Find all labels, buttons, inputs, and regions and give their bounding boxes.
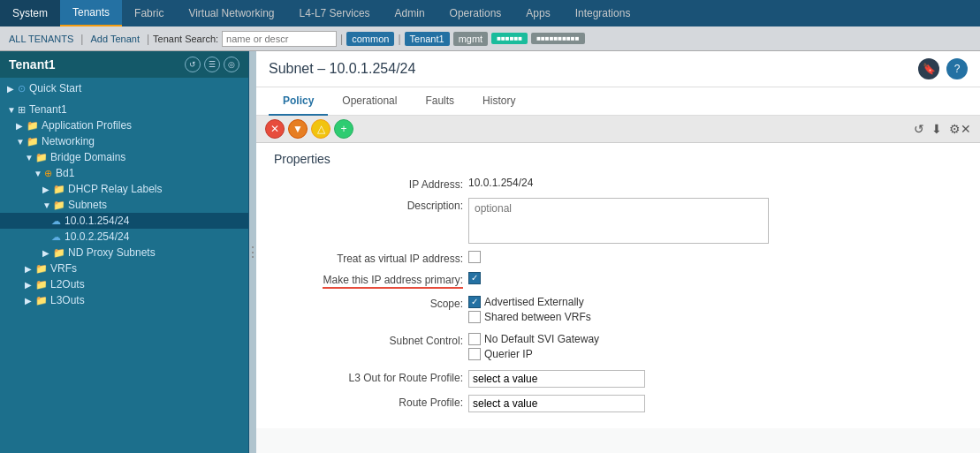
sidebar-settings-icon[interactable]: ◎ [224,57,239,72]
querier-ip-label: Querier IP [484,348,533,360]
bridge-domains-label: Bridge Domains [50,151,125,163]
tag1[interactable]: ■■■■■■ [491,33,528,44]
subnets-item[interactable]: ▼ 📁 Subnets [0,197,248,213]
nav-l4-l7[interactable]: L4-L7 Services [287,0,383,26]
nav-admin[interactable]: Admin [383,0,437,26]
bookmark-icon[interactable]: 🔖 [918,58,939,79]
main-layout: Tenant1 ↺ ☰ ◎ ▶ ⊙ Quick Start ▼ ⊞ Tenant… [0,51,980,453]
vrfs-item[interactable]: ▶ 📁 VRFs [0,260,248,276]
common-tag[interactable]: common [346,32,394,46]
route-profile-select[interactable]: select a value [468,395,645,412]
subnet2-label: 10.0.2.254/24 [65,230,129,243]
tree-tenant1: ▼ ⊞ Tenant1 ▶ 📁 Application Profiles ▼ 📁… [0,99,248,311]
nav-tenants[interactable]: Tenants [60,0,122,26]
sidebar-header-icons: ↺ ☰ ◎ [185,57,239,72]
querier-ip-checkbox[interactable] [468,348,481,360]
description-input[interactable] [468,198,769,244]
expand-arrow4: ▼ [16,137,27,147]
quick-start-item[interactable]: ▶ ⊙ Quick Start [0,80,248,96]
all-tenants-link[interactable]: ALL TENANTS [5,32,77,46]
settings-icon[interactable]: ⚙✕ [949,122,971,136]
l3out-select[interactable]: select a value [468,370,645,388]
delete-button[interactable]: ✕ [265,119,285,139]
vrfs-label: VRFs [50,262,77,275]
l3outs-item[interactable]: ▶ 📁 L3Outs [0,292,248,308]
l3out-route-profile-row: L3 Out for Route Profile: select a value [274,370,962,388]
content-area: Subnet – 10.0.1.254/24 🔖 ? Policy Operat… [256,51,980,453]
bd1-item[interactable]: ▼ ⊕ Bd1 [0,165,248,181]
l3out-select-wrapper: select a value [468,370,645,388]
subnet1-item[interactable]: ☁ 10.0.1.254/24 [0,213,248,229]
page-title: Subnet – 10.0.1.254/24 [269,61,415,77]
networking-item[interactable]: ▼ 📁 Networking [0,133,248,149]
nav-system[interactable]: System [0,0,60,26]
expand-arrow9: ▶ [42,248,53,258]
nd-proxy-item[interactable]: ▶ 📁 ND Proxy Subnets [0,245,248,260]
app-profiles-item[interactable]: ▶ 📁 Application Profiles [0,117,248,133]
bridge-domains-item[interactable]: ▼ 📁 Bridge Domains [0,149,248,165]
expand-arrow6: ▼ [34,169,44,178]
edit-button[interactable]: ▼ [288,119,308,139]
tenant1-label: Tenant1 [29,103,67,116]
scope-row: Scope: Advertised Externally Shared betw… [274,296,962,326]
subnet-control-label: Subnet Control: [274,333,468,347]
make-primary-row: Make this IP address primary: [274,272,962,289]
tab-operational[interactable]: Operational [328,87,411,116]
make-primary-checkbox[interactable] [468,272,481,284]
ip-address-row: IP Address: 10.0.1.254/24 [274,177,962,191]
add-button[interactable]: + [334,119,353,139]
mgmt-tag[interactable]: mgmt [453,32,489,46]
description-row: Description: [274,198,962,244]
tab-faults[interactable]: Faults [411,87,468,116]
advertised-externally-checkbox[interactable] [468,296,481,308]
subnets-label: Subnets [68,199,107,211]
folder-icon2: 📁 [27,136,39,147]
tenant1-tag[interactable]: Tenant1 [405,32,450,46]
subnet2-item[interactable]: ☁ 10.0.2.254/24 [0,229,248,245]
sidebar-list-icon[interactable]: ☰ [204,57,220,72]
subnet1-label: 10.0.1.254/24 [65,215,129,227]
scope-value: Advertised Externally Shared between VRF… [468,296,962,326]
expand-arrow7: ▶ [42,185,53,194]
warn-button[interactable]: △ [311,119,330,139]
expand-arrow5: ▼ [25,153,35,162]
help-icon[interactable]: ? [946,58,968,79]
route-profile-label: Route Profile: [274,395,468,409]
no-default-svi-checkbox[interactable] [468,333,481,345]
nav-apps[interactable]: Apps [513,0,562,26]
tenant-search-input[interactable] [222,31,337,47]
nav-virtual-networking[interactable]: Virtual Networking [176,0,286,26]
virtual-ip-label: Treat as virtual IP address: [274,251,468,265]
expand-arrow3: ▶ [16,121,27,131]
ip-address-label: IP Address: [274,177,468,191]
properties-heading: Properties [274,152,962,166]
subnet-control-row: Subnet Control: No Default SVI Gateway Q… [274,333,962,363]
nav-fabric[interactable]: Fabric [122,0,176,26]
tree-quick-start: ▶ ⊙ Quick Start [0,78,248,99]
nav-integrations[interactable]: Integrations [563,0,643,26]
refresh-icon[interactable]: ↺ [914,122,924,136]
sidebar-refresh-icon[interactable]: ↺ [185,57,201,72]
ip-address-value: 10.0.1.254/24 [468,177,962,189]
dhcp-relay-item[interactable]: ▶ 📁 DHCP Relay Labels [0,181,248,197]
download-icon[interactable]: ⬇ [931,122,942,136]
virtual-ip-row: Treat as virtual IP address: [274,251,962,265]
bd-icon: ⊕ [44,168,52,179]
expand-arrow: ▶ [7,84,18,94]
cloud-icon2: ☁ [51,231,61,243]
toggle-icon: ⊙ [18,83,26,94]
cloud-icon1: ☁ [51,215,61,227]
folder-icon6: 📁 [53,247,65,259]
tenant1-item[interactable]: ▼ ⊞ Tenant1 [0,102,248,117]
tag2[interactable]: ■■■■■■■■■■ [531,33,584,44]
tab-policy[interactable]: Policy [269,87,328,116]
virtual-ip-checkbox[interactable] [468,251,481,263]
content-header: Subnet – 10.0.1.254/24 🔖 ? [256,51,980,87]
nav-operations[interactable]: Operations [437,0,514,26]
l2outs-item[interactable]: ▶ 📁 L2Outs [0,276,248,292]
shared-vrfs-checkbox[interactable] [468,311,481,323]
expand-arrow8: ▼ [42,200,53,210]
tab-history[interactable]: History [468,87,529,116]
sidebar-resizer[interactable]: ⋮ [249,51,256,453]
add-tenant-link[interactable]: Add Tenant [87,32,142,46]
